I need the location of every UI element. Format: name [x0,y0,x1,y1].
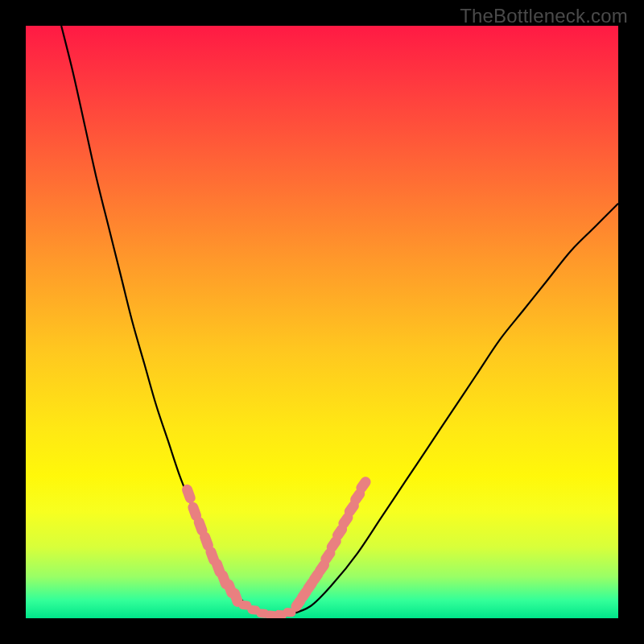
bottleneck-curve-svg [26,26,618,618]
chart-plot-area [26,26,618,618]
curve-markers [180,475,373,618]
watermark-text: TheBottleneck.com [460,5,628,27]
